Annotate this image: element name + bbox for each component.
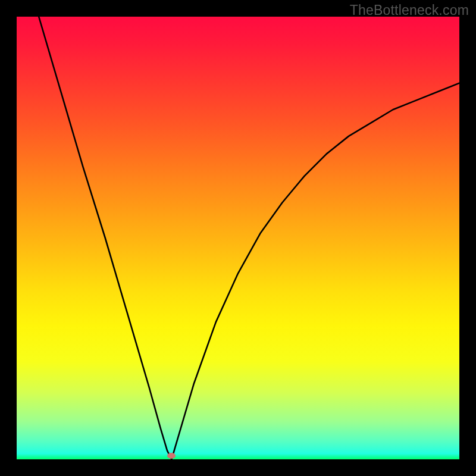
bottleneck-curve: [39, 17, 459, 459]
watermark-text: TheBottleneck.com: [350, 2, 469, 18]
plot-area: [17, 17, 459, 459]
chart-frame: TheBottleneck.com: [0, 0, 476, 476]
optimum-marker: [167, 453, 176, 459]
curve-svg: [17, 17, 459, 459]
